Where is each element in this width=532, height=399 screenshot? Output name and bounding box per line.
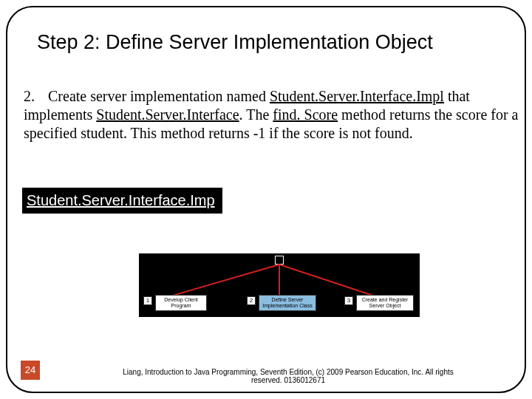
slide-frame: Step 2: Define Server Implementation Obj… xyxy=(6,6,526,393)
svg-line-0 xyxy=(170,265,279,296)
diagram-box-2-num: 2 xyxy=(247,296,256,305)
diagram-box-1-num: 1 xyxy=(143,296,152,305)
slide-title: Step 2: Define Server Implementation Obj… xyxy=(37,31,510,54)
body-paragraph: 2. Create server implementation named St… xyxy=(24,87,520,143)
body-underline-3: find. Score xyxy=(273,106,338,123)
list-number: 2. xyxy=(24,87,44,106)
diagram-box-1: Develop Client Program xyxy=(155,295,207,311)
diagram-box-2: Define Server Implementation Class xyxy=(259,295,316,311)
process-diagram: 1 Develop Client Program 2 Define Server… xyxy=(139,253,420,317)
page-number-badge: 24 xyxy=(21,361,40,380)
body-seg-3: . The xyxy=(239,106,273,123)
diagram-box-3: Create and Register Server Object xyxy=(356,295,414,311)
code-link[interactable]: Student.Server.Interface.Imp xyxy=(22,188,222,214)
footer-citation: Liang, Introduction to Java Programming,… xyxy=(118,368,458,384)
diagram-box-3-num: 3 xyxy=(344,296,353,305)
body-underline-2: Student.Server.Interface xyxy=(96,106,239,123)
body-underline-1: Student.Server.Interface.Impl xyxy=(270,88,444,104)
body-seg-1: Create server implementation named xyxy=(48,88,270,104)
svg-line-2 xyxy=(279,265,375,296)
